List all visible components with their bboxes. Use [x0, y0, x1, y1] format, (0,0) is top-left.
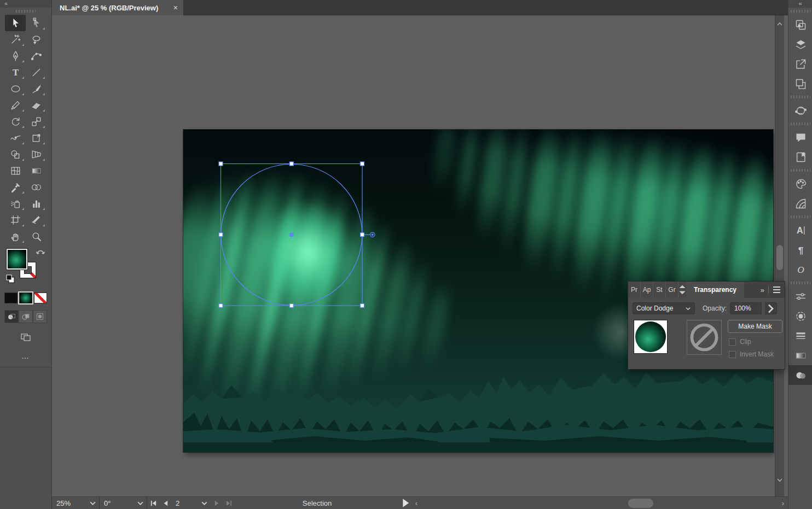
panel-icon-color[interactable] [788, 174, 812, 194]
panel-expand-icon[interactable]: » [761, 286, 764, 294]
panel-icon-transparency[interactable] [788, 365, 812, 385]
tab-st[interactable]: St [653, 282, 666, 298]
tool-lasso[interactable] [26, 31, 47, 48]
object-thumbnail[interactable] [634, 320, 668, 354]
panel-icon-stroke[interactable] [788, 326, 812, 346]
panel-menu-icon[interactable] [773, 286, 780, 293]
tool-magic-wand[interactable] [5, 31, 26, 48]
mask-thumbnail[interactable] [687, 320, 722, 355]
panel-icon-libraries[interactable] [788, 147, 812, 167]
tool-slice[interactable] [26, 212, 47, 228]
tool-type[interactable]: T [5, 64, 26, 80]
panel-icon-layers[interactable] [788, 34, 812, 54]
tool-blend[interactable] [26, 179, 47, 195]
color-button[interactable] [4, 292, 18, 303]
invert-mask-checkbox-box[interactable] [729, 351, 736, 358]
change-screen-mode-button[interactable] [0, 331, 51, 343]
clip-checkbox[interactable]: Clip [729, 338, 782, 346]
toolbar-collapse-button[interactable]: « [0, 0, 51, 8]
tab-transparency[interactable]: Transparency [686, 282, 744, 298]
panel-icon-paragraph[interactable]: ¶ [788, 240, 812, 260]
panel-icon-character[interactable]: A [788, 220, 812, 240]
previous-artboard-icon[interactable] [159, 497, 171, 509]
tool-free-transform[interactable] [26, 130, 47, 146]
vertical-scroll-thumb[interactable] [776, 245, 783, 270]
edit-toolbar-button[interactable]: … [0, 352, 51, 360]
panel-group-drag-handle[interactable] [788, 213, 812, 220]
tool-mesh[interactable] [5, 162, 26, 179]
tool-zoom[interactable] [26, 228, 47, 244]
toolbar-drag-handle[interactable] [0, 8, 51, 15]
tab-gr[interactable]: Gr [666, 282, 678, 298]
draw-behind-button[interactable] [19, 310, 33, 323]
tool-curvature[interactable] [26, 48, 47, 64]
panel-group-drag-handle[interactable] [788, 93, 812, 101]
scroll-down-icon[interactable] [776, 476, 783, 482]
panel-icon-comments[interactable] [788, 127, 812, 147]
scroll-right-icon[interactable]: › [778, 499, 788, 507]
rotation-value[interactable]: 0° [100, 497, 134, 509]
vertical-scrollbar[interactable] [775, 15, 784, 496]
artboard-dropdown-icon[interactable] [198, 497, 211, 509]
scroll-left-icon[interactable]: ‹ [411, 499, 421, 507]
tool-scale[interactable] [26, 113, 47, 130]
tool-ellipse[interactable] [5, 80, 26, 97]
tab-ap[interactable]: Ap [641, 282, 653, 298]
tab-pr[interactable]: Pr [628, 282, 641, 298]
tool-width[interactable] [5, 130, 26, 146]
panel-icon-gradient-panel[interactable] [788, 346, 812, 365]
panel-icon-rotate-view[interactable] [788, 101, 812, 120]
panel-icon-sliders[interactable] [788, 286, 812, 306]
panel-group-drag-handle[interactable] [788, 167, 812, 174]
tool-perspective-grid[interactable] [26, 146, 47, 162]
panel-dock-collapse-button[interactable]: « [788, 0, 812, 8]
draw-inside-button[interactable] [33, 310, 47, 323]
next-artboard-icon[interactable] [211, 497, 223, 509]
zoom-level-value[interactable]: 25% [52, 497, 86, 509]
tool-eraser[interactable] [26, 97, 47, 113]
tool-gradient[interactable] [26, 162, 47, 179]
tool-symbol-sprayer[interactable] [5, 195, 26, 212]
tool-pencil[interactable] [5, 97, 26, 113]
scroll-up-icon[interactable] [776, 20, 783, 26]
clip-checkbox-box[interactable] [729, 338, 736, 346]
horizontal-scrollbar[interactable]: ‹ › [411, 497, 788, 509]
zoom-level-dropdown-icon[interactable] [86, 497, 99, 509]
document-tab[interactable]: NL.ai* @ 25 % (RGB/Preview) × [52, 0, 183, 15]
default-fill-stroke-icon[interactable] [5, 274, 15, 284]
invert-mask-checkbox[interactable]: Invert Mask [729, 350, 782, 358]
tool-column-graph[interactable] [26, 195, 47, 212]
tool-eyedropper[interactable] [5, 179, 26, 195]
panel-icon-opentype[interactable]: O [788, 260, 812, 279]
panel-icon-color-guide[interactable] [788, 194, 812, 213]
tool-line-segment[interactable] [26, 64, 47, 80]
tool-shape-builder[interactable] [5, 146, 26, 162]
opacity-stepper-icon[interactable] [765, 302, 777, 314]
panel-cycle-icon[interactable] [678, 282, 686, 298]
canvas-area[interactable] [52, 15, 788, 496]
gradient-button[interactable] [19, 292, 32, 303]
last-artboard-icon[interactable] [223, 497, 235, 509]
draw-normal-button[interactable] [4, 310, 19, 323]
close-tab-icon[interactable]: × [173, 3, 178, 12]
status-expand-icon[interactable] [399, 497, 411, 509]
tool-pen[interactable] [5, 48, 26, 64]
none-button[interactable] [34, 292, 47, 303]
tool-selection[interactable] [5, 15, 26, 31]
horizontal-scroll-thumb[interactable] [628, 499, 653, 508]
first-artboard-icon[interactable] [147, 497, 159, 509]
tool-rotate[interactable] [5, 113, 26, 130]
rotation-dropdown-icon[interactable] [134, 497, 147, 509]
swap-fill-stroke-icon[interactable] [35, 248, 46, 256]
panel-icon-artboards[interactable] [788, 74, 812, 93]
panel-icon-properties[interactable] [788, 15, 812, 34]
fill-swatch-gradient[interactable] [7, 249, 27, 270]
blend-mode-select[interactable]: Color Dodge [633, 302, 695, 314]
tool-artboard[interactable] [5, 212, 26, 228]
opacity-input[interactable]: 100% [730, 302, 762, 314]
panel-group-drag-handle[interactable] [788, 120, 812, 127]
artboard-number-value[interactable]: 2 [171, 497, 198, 509]
make-mask-button[interactable]: Make Mask [728, 320, 782, 333]
tool-paintbrush[interactable] [26, 80, 47, 97]
tool-direct-selection[interactable] [26, 15, 47, 31]
